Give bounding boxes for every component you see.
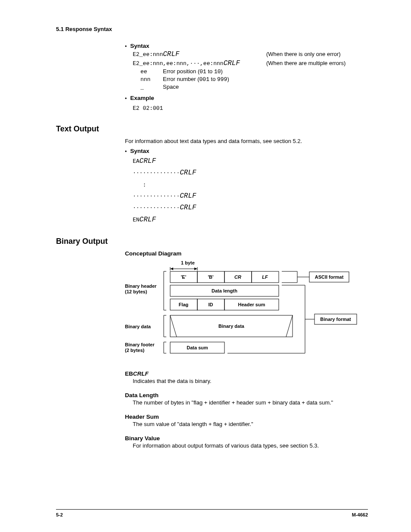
def-row-ee: ee Error position (01 to 10) [140, 68, 368, 75]
text-syntax-bullet: • Syntax [125, 148, 368, 154]
syntax-line-1: E2_ee:nnnCRLF (When there is only one er… [133, 50, 368, 58]
example-label: Example [130, 95, 154, 101]
def-val-ee: Error position (01 to 10) [163, 68, 223, 75]
binary-value-heading: Binary Value [125, 435, 368, 442]
diagram-byte-label: 1 byte [181, 260, 195, 265]
heading-binary-output: Binary Output [56, 237, 368, 246]
header-sum-heading: Header Sum [125, 414, 368, 420]
diagram-row1: 'E' 'B' CR LF [170, 271, 279, 283]
bracket-right-ascii [282, 271, 297, 283]
syntax-note-1: (When there is only one error) [266, 51, 341, 57]
syntax-crlf-1: CRLF [163, 50, 179, 58]
syntax-note-2: (When there are multiple errors) [266, 60, 346, 66]
eb-heading: EBCRLF [125, 370, 368, 377]
svg-text:Flag: Flag [179, 302, 189, 307]
conceptual-diagram-label: Conceptual Diagram [125, 250, 368, 257]
example-code-block: E2 02:001 [133, 102, 368, 113]
page: 5.1 Response Syntax • Syntax E2_ee:nnnCR… [0, 0, 411, 532]
syntax-code-1a: E2_ee:nnn [133, 51, 163, 58]
svg-marker-3 [170, 268, 173, 270]
binary-value-desc: For information about output formats of … [133, 442, 368, 449]
text-output-content: For information about text data types an… [125, 138, 368, 226]
diagram-row2-text: Data length [212, 288, 237, 293]
diagram-binary-data: Binary data [170, 315, 293, 337]
bracket-left-3 [164, 342, 166, 353]
conceptual-diagram: 1 byte 'E' 'B' CR LF [125, 259, 368, 363]
text-syntax-block: EACRLF ··············CRLF : ············… [133, 155, 368, 226]
diagram-left-label-1: Binary header (12 bytes) [125, 283, 158, 294]
diagram-svg: 1 byte 'E' 'B' CR LF [125, 259, 366, 363]
def-key-nnn: nnn [140, 76, 163, 83]
syntax-line-2: E2_ee:nnn,ee:nnn,···,ee:nnnCRLF (When th… [133, 59, 368, 67]
def-key-space: _ [140, 84, 163, 90]
def-val-space: Space [163, 84, 179, 90]
svg-text:ID: ID [209, 302, 213, 307]
doc-id: M-4662 [352, 512, 368, 517]
def-key-ee: ee [140, 68, 163, 75]
svg-text:'B': 'B' [208, 274, 214, 280]
def-val-nnn: Error number (001 to 999) [163, 76, 229, 83]
diagram-row3: Flag ID Header sum [170, 299, 279, 310]
diagram-data-sum-text: Data sum [187, 345, 208, 350]
content-column: • Syntax E2_ee:nnnCRLF (When there is on… [125, 43, 368, 113]
binary-output-content: Conceptual Diagram 1 byte 'E' 'B' [125, 250, 368, 449]
syntax-crlf-2: CRLF [224, 59, 240, 67]
syntax-bullet: • Syntax [125, 43, 368, 49]
bullet-icon: • [125, 96, 127, 101]
data-length-desc: The number of bytes in "flag + identifie… [133, 399, 368, 406]
bullet-icon: • [125, 44, 127, 49]
svg-line-21 [170, 315, 177, 337]
diagram-ascii-label: ASCII format [315, 274, 344, 280]
page-footer: 5-2 M-4662 [0, 509, 411, 517]
svg-text:'E': 'E' [181, 274, 187, 280]
diagram-left-label-3: Binary footer (2 bytes) [125, 342, 156, 353]
data-length-heading: Data Length [125, 392, 368, 398]
syntax-label: Syntax [130, 43, 149, 49]
diagram-left-label-2: Binary data [125, 324, 151, 329]
bullet-icon: • [125, 149, 127, 154]
example-code: E2 02:001 [133, 105, 163, 112]
svg-line-22 [286, 315, 293, 337]
bracket-left-2 [164, 315, 166, 337]
svg-text:Header sum: Header sum [238, 302, 265, 307]
svg-text:Binary data: Binary data [218, 324, 245, 329]
text-syntax-label: Syntax [130, 148, 149, 154]
heading-text-output: Text Output [56, 124, 368, 134]
diagram-binary-label: Binary format [320, 317, 351, 322]
example-bullet: • Example [125, 95, 368, 101]
svg-marker-4 [194, 268, 197, 270]
def-row-nnn: nnn Error number (001 to 999) [140, 76, 368, 83]
header-sum-desc: The sum value of "data length + flag + i… [133, 421, 368, 427]
svg-text:LF: LF [262, 274, 268, 280]
eb-desc: Indicates that the data is binary. [133, 378, 368, 384]
bracket-left-1 [164, 271, 166, 310]
text-output-intro: For information about text data types an… [125, 138, 368, 144]
syntax-code-2a: E2_ee:nnn,ee:nnn,···,ee:nnn [133, 60, 224, 67]
def-row-space: _ Space [140, 84, 368, 90]
section-path: 5.1 Response Syntax [56, 26, 368, 32]
svg-text:CR: CR [234, 274, 241, 280]
bracket-right-binary [227, 285, 305, 353]
page-number: 5-2 [56, 512, 63, 517]
